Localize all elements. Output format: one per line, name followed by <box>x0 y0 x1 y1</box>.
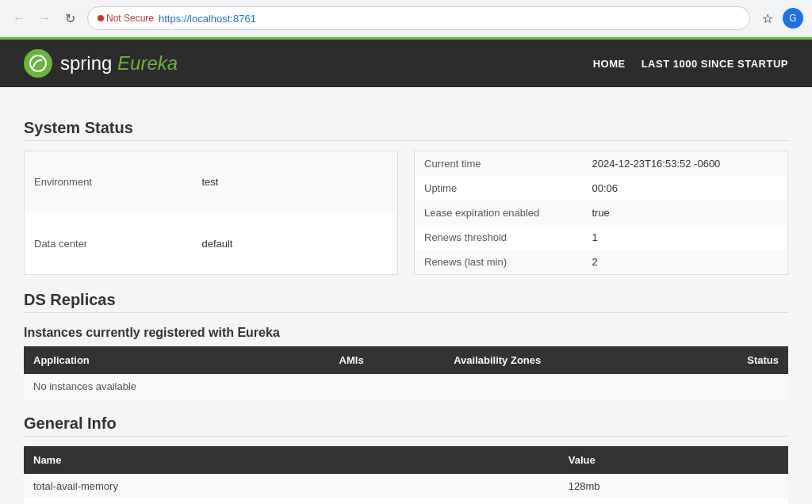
navbar: spring Eureka HOME LAST 1000 SINCE START… <box>0 37 812 87</box>
address-bar[interactable]: Not Secure https://localhost:8761 <box>87 6 750 30</box>
table-row: Uptime 00:06 <box>415 176 788 200</box>
general-col-value: Value <box>559 446 788 474</box>
instances-col-status: Status <box>673 346 788 374</box>
table-row: Data center default <box>25 213 398 275</box>
instances-table: Application AMIs Availability Zones Stat… <box>24 346 788 399</box>
renews-last-min-key: Renews (last min) <box>415 250 583 275</box>
no-instances-label: No instances available <box>24 374 788 399</box>
browser-toolbar: ← → ↻ Not Secure https://localhost:8761 … <box>0 0 812 36</box>
svg-point-0 <box>30 55 46 71</box>
navbar-nav: HOME LAST 1000 SINCE STARTUP <box>593 58 788 70</box>
brand-spring: spring <box>60 52 112 74</box>
lease-value: true <box>582 200 787 225</box>
general-info-table: Name Value total-avail-memory128mbnum-of… <box>24 446 788 504</box>
browser-actions: ☆ G <box>756 7 804 29</box>
not-secure-badge: Not Secure <box>98 13 154 24</box>
system-status-title: System Status <box>24 119 788 141</box>
forward-button[interactable]: → <box>33 7 56 29</box>
datacenter-value: default <box>192 213 397 275</box>
general-info-header-row: Name Value <box>24 446 788 474</box>
table-row: Renews threshold 1 <box>415 225 788 250</box>
browser-chrome: ← → ↻ Not Secure https://localhost:8761 … <box>0 0 812 37</box>
instances-col-amis: AMIs <box>330 346 445 374</box>
url-display: https://localhost:8761 <box>159 13 256 25</box>
uptime-value: 00:06 <box>582 176 787 200</box>
general-info-name-1: num-of-cpus <box>24 498 559 504</box>
table-row: total-avail-memory128mb <box>24 474 788 498</box>
general-info-name-0: total-avail-memory <box>24 474 559 498</box>
navbar-brand: spring Eureka <box>24 49 178 78</box>
renews-last-min-value: 2 <box>582 250 787 275</box>
system-status-left-table: Environment test Data center default <box>24 151 398 275</box>
nav-last1000[interactable]: LAST 1000 SINCE STARTUP <box>642 58 788 70</box>
general-col-name: Name <box>24 446 559 474</box>
instances-table-header-row: Application AMIs Availability Zones Stat… <box>24 346 788 374</box>
instances-col-application: Application <box>24 346 330 374</box>
nav-home[interactable]: HOME <box>593 58 626 70</box>
lease-key: Lease expiration enabled <box>415 200 583 225</box>
back-button[interactable]: ← <box>8 7 30 29</box>
general-info-title: General Info <box>24 414 788 437</box>
ds-replicas-title: DS Replicas <box>24 291 788 313</box>
general-info-value-0: 128mb <box>559 474 788 498</box>
general-info-value-1: 16 <box>559 498 788 504</box>
not-secure-label: Not Secure <box>106 13 154 24</box>
brand-eureka: Eureka <box>117 52 178 74</box>
renews-threshold-key: Renews threshold <box>415 225 583 250</box>
brand-text: spring Eureka <box>60 52 178 74</box>
table-row: num-of-cpus16 <box>24 498 788 504</box>
env-value: test <box>192 151 397 213</box>
browser-nav-buttons: ← → ↻ <box>8 7 81 29</box>
datacenter-key: Data center <box>25 213 193 275</box>
table-row: Renews (last min) 2 <box>415 250 788 275</box>
refresh-button[interactable]: ↻ <box>59 7 81 29</box>
spring-logo-icon <box>29 55 47 72</box>
system-status-grid: Environment test Data center default Cur… <box>24 151 788 275</box>
main-content: System Status Environment test Data cent… <box>0 87 812 504</box>
spring-logo <box>24 49 52 78</box>
env-key: Environment <box>25 151 193 213</box>
profile-button[interactable]: G <box>782 7 804 29</box>
table-row: Environment test <box>25 151 398 213</box>
not-secure-icon <box>98 15 104 21</box>
instances-col-availability-zones: Availability Zones <box>444 346 673 374</box>
table-row: Current time 2024-12-23T16:53:52 -0600 <box>415 151 788 177</box>
uptime-key: Uptime <box>415 176 583 200</box>
current-time-key: Current time <box>415 151 583 177</box>
current-time-value: 2024-12-23T16:53:52 -0600 <box>582 151 787 177</box>
system-status-right-table: Current time 2024-12-23T16:53:52 -0600 U… <box>414 151 788 275</box>
profile-avatar: G <box>783 8 803 29</box>
renews-threshold-value: 1 <box>582 225 787 250</box>
bookmark-button[interactable]: ☆ <box>756 7 779 29</box>
table-row: Lease expiration enabled true <box>415 200 788 225</box>
instances-title: Instances currently registered with Eure… <box>24 326 788 340</box>
table-row: No instances available <box>24 374 788 399</box>
